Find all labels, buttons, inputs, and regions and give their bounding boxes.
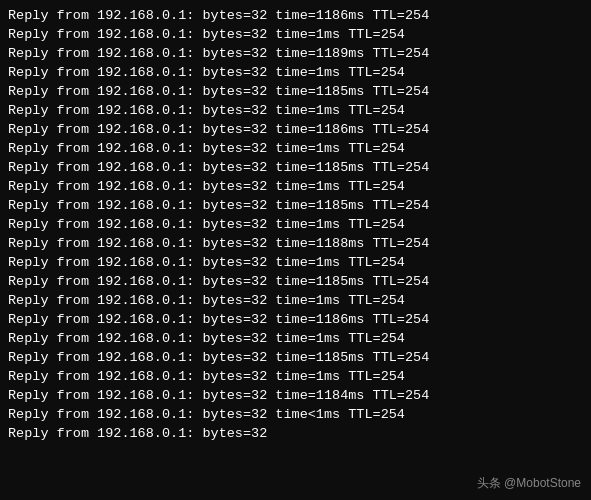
terminal-line: Reply from 192.168.0.1: bytes=32 time=11…	[8, 386, 583, 405]
terminal-line: Reply from 192.168.0.1: bytes=32 time=1m…	[8, 367, 583, 386]
terminal-line: Reply from 192.168.0.1: bytes=32 time=11…	[8, 6, 583, 25]
terminal-line: Reply from 192.168.0.1: bytes=32 time=1m…	[8, 253, 583, 272]
terminal-line: Reply from 192.168.0.1: bytes=32 time=11…	[8, 158, 583, 177]
terminal-line: Reply from 192.168.0.1: bytes=32 time=1m…	[8, 25, 583, 44]
terminal-line: Reply from 192.168.0.1: bytes=32 time=1m…	[8, 101, 583, 120]
terminal-line: Reply from 192.168.0.1: bytes=32 time=11…	[8, 234, 583, 253]
terminal-line: Reply from 192.168.0.1: bytes=32 time<1m…	[8, 405, 583, 424]
terminal-line: Reply from 192.168.0.1: bytes=32 time=1m…	[8, 63, 583, 82]
watermark: 头条 @MobotStone	[477, 475, 581, 492]
terminal-line: Reply from 192.168.0.1: bytes=32	[8, 424, 583, 443]
terminal-line: Reply from 192.168.0.1: bytes=32 time=11…	[8, 272, 583, 291]
terminal-line: Reply from 192.168.0.1: bytes=32 time=11…	[8, 348, 583, 367]
terminal-line: Reply from 192.168.0.1: bytes=32 time=11…	[8, 82, 583, 101]
terminal-line: Reply from 192.168.0.1: bytes=32 time=1m…	[8, 177, 583, 196]
terminal-line: Reply from 192.168.0.1: bytes=32 time=1m…	[8, 139, 583, 158]
terminal-line: Reply from 192.168.0.1: bytes=32 time=11…	[8, 120, 583, 139]
terminal-line: Reply from 192.168.0.1: bytes=32 time=1m…	[8, 329, 583, 348]
terminal-line: Reply from 192.168.0.1: bytes=32 time=1m…	[8, 291, 583, 310]
terminal-line: Reply from 192.168.0.1: bytes=32 time=11…	[8, 44, 583, 63]
terminal-line: Reply from 192.168.0.1: bytes=32 time=1m…	[8, 215, 583, 234]
terminal-line: Reply from 192.168.0.1: bytes=32 time=11…	[8, 310, 583, 329]
terminal-window: Reply from 192.168.0.1: bytes=32 time=11…	[0, 0, 591, 500]
terminal-line: Reply from 192.168.0.1: bytes=32 time=11…	[8, 196, 583, 215]
